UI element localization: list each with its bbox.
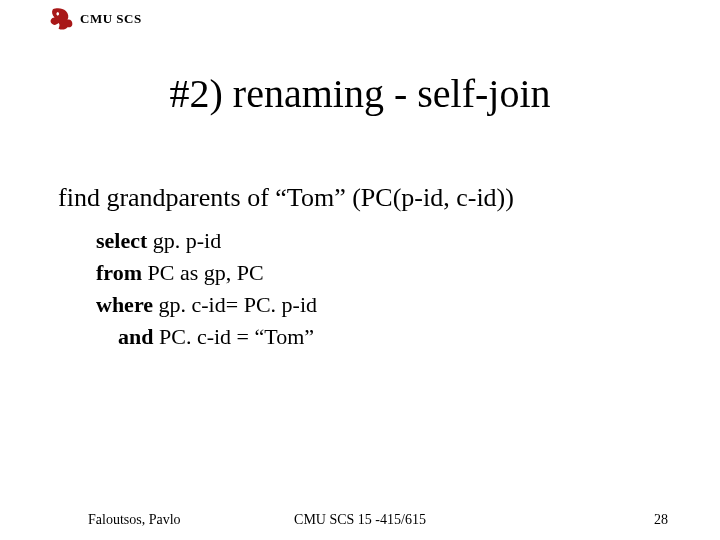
slide-header: CMU SCS	[48, 6, 142, 32]
sql-block: select gp. p-id from PC as gp, PC where …	[96, 225, 317, 353]
sql-from-line: from PC as gp, PC	[96, 257, 317, 289]
sql-and-line: and PC. c-id = “Tom”	[96, 321, 317, 353]
slide-title: #2) renaming - self-join	[0, 70, 720, 117]
cmu-griffin-icon	[48, 6, 74, 32]
footer-page-number: 28	[654, 512, 668, 528]
keyword-select: select	[96, 228, 147, 253]
from-body: PC as gp, PC	[142, 260, 264, 285]
and-body: PC. c-id = “Tom”	[153, 324, 314, 349]
sql-where-line: where gp. c-id= PC. p-id	[96, 289, 317, 321]
where-body: gp. c-id= PC. p-id	[153, 292, 317, 317]
description-text: find grandparents of “Tom” (PC(p-id, c-i…	[58, 183, 514, 213]
header-label: CMU SCS	[80, 11, 142, 27]
footer-course: CMU SCS 15 -415/615	[0, 512, 720, 528]
keyword-and: and	[118, 324, 153, 349]
select-body: gp. p-id	[147, 228, 221, 253]
keyword-from: from	[96, 260, 142, 285]
keyword-where: where	[96, 292, 153, 317]
sql-select-line: select gp. p-id	[96, 225, 317, 257]
